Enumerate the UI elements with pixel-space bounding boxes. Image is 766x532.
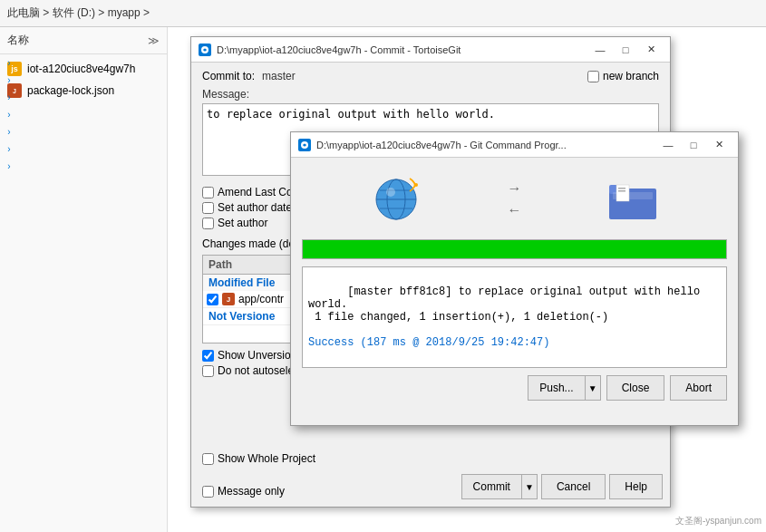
- push-dropdown-button[interactable]: ▼: [585, 375, 601, 401]
- new-branch-checkbox[interactable]: [587, 71, 599, 82]
- no-autoselect-checkbox[interactable]: [202, 365, 214, 377]
- message-only-text: Message only: [218, 485, 285, 498]
- progress-minimize-button[interactable]: —: [656, 135, 680, 155]
- breadcrumb-text: 此电脑 > 软件 (D:) > myapp >: [7, 5, 150, 21]
- bottom-buttons: Commit ▼ Cancel Help: [461, 474, 663, 499]
- tortoisegit-icon: [199, 44, 211, 56]
- svg-rect-14: [618, 190, 625, 192]
- nav-arrow-3[interactable]: ›: [2, 92, 16, 102]
- output-text: [master bff81c8] to replace original out…: [302, 266, 727, 368]
- progress-bar-container: [302, 239, 727, 259]
- show-unversioned-checkbox[interactable]: [202, 350, 214, 362]
- nav-arrows: › › › › › › ›: [0, 54, 18, 175]
- arrow-right-icon: →: [507, 180, 521, 197]
- file-name: iot-a120ciuc8ve4gw7h: [27, 63, 135, 75]
- message-label: Message:: [202, 88, 659, 101]
- window-controls: — □ ✕: [588, 40, 663, 60]
- cancel-button[interactable]: Cancel: [541, 474, 606, 499]
- progress-title-icon: [298, 139, 311, 151]
- commit-titlebar: D:\myapp\iot-a120ciuc8ve4gw7h - Commit -…: [191, 37, 670, 63]
- set-author-date-checkbox[interactable]: [202, 202, 214, 214]
- push-button[interactable]: Push...: [528, 375, 584, 401]
- svg-rect-13: [618, 188, 625, 189]
- show-whole-row: Show Whole Project: [202, 452, 315, 465]
- progress-body: → ← [master bff81c8] to replace original…: [291, 158, 738, 410]
- minimize-button[interactable]: —: [588, 40, 612, 60]
- commit-to-label: Commit to:: [202, 70, 255, 82]
- maximize-button[interactable]: □: [614, 40, 637, 60]
- list-item[interactable]: J package-lock.json: [0, 80, 167, 102]
- file-checkbox[interactable]: [207, 294, 218, 305]
- sidebar-expand-icon[interactable]: ≫: [148, 34, 160, 47]
- changes-label: Changes made (dou: [202, 237, 301, 250]
- nav-arrow-2[interactable]: ›: [2, 75, 16, 85]
- success-text: Success (187 ms @ 2018/9/25 19:42:47): [308, 336, 549, 349]
- show-whole-text: Show Whole Project: [218, 452, 315, 465]
- new-branch-label: new branch: [603, 70, 659, 82]
- help-button[interactable]: Help: [609, 474, 663, 499]
- nav-arrow-5[interactable]: ›: [2, 127, 16, 137]
- progress-buttons: Push... ▼ Close Abort: [302, 375, 727, 401]
- progress-window: D:\myapp\iot-a120ciuc8ve4gw7h - Git Comm…: [290, 131, 739, 426]
- explorer-titlebar: 此电脑 > 软件 (D:) > myapp >: [0, 0, 766, 27]
- nav-arrow-4[interactable]: ›: [2, 110, 16, 120]
- show-whole-checkbox[interactable]: [202, 453, 214, 465]
- output-line1: [master bff81c8] to replace original out…: [308, 285, 706, 311]
- svg-point-7: [386, 188, 395, 197]
- message-only-row: Message only: [202, 485, 285, 498]
- set-author-checkbox[interactable]: [202, 218, 214, 229]
- sidebar-files: js iot-a120ciuc8ve4gw7h J package-lock.j…: [0, 54, 167, 105]
- folder-icon: [609, 179, 656, 219]
- show-whole-label[interactable]: Show Whole Project: [202, 452, 315, 465]
- amend-label: Amend Last Cor: [218, 186, 296, 198]
- watermark: 文圣阁-yspanjun.com: [675, 515, 761, 527]
- nav-arrow-6[interactable]: ›: [2, 144, 16, 154]
- message-only-checkbox[interactable]: [202, 486, 214, 498]
- progress-bar-fill: [303, 240, 726, 258]
- list-item[interactable]: js iot-a120ciuc8ve4gw7h: [0, 58, 167, 80]
- push-split-button: Push... ▼: [528, 375, 600, 401]
- nav-arrow-1[interactable]: ›: [2, 58, 16, 68]
- branch-name: master: [262, 70, 296, 82]
- progress-close-button[interactable]: ✕: [707, 135, 731, 155]
- new-branch-checkbox-label[interactable]: new branch: [587, 70, 659, 82]
- commit-button[interactable]: Commit: [461, 474, 521, 499]
- explorer-sidebar: 名称 ≫ js iot-a120ciuc8ve4gw7h J package-l…: [0, 27, 168, 532]
- set-author-date-label: Set author date: [218, 201, 292, 214]
- amend-checkbox[interactable]: [202, 187, 214, 198]
- file-name: package-lock.json: [27, 84, 114, 97]
- svg-rect-12: [616, 185, 629, 201]
- file-path: app/contr: [238, 293, 284, 305]
- commit-dropdown-button[interactable]: ▼: [521, 474, 538, 499]
- commit-title: D:\myapp\iot-a120ciuc8ve4gw7h - Commit -…: [199, 44, 461, 56]
- close-button[interactable]: ✕: [639, 40, 663, 60]
- commit-title-text: D:\myapp\iot-a120ciuc8ve4gw7h - Commit -…: [217, 44, 461, 55]
- progress-icons-row: → ←: [302, 167, 727, 232]
- progress-title: D:\myapp\iot-a120ciuc8ve4gw7h - Git Comm…: [298, 139, 567, 151]
- commit-split-button: Commit ▼: [461, 474, 538, 499]
- transfer-arrows: → ←: [507, 180, 521, 218]
- commit-to-row: Commit to: master new branch: [202, 70, 659, 82]
- output-line2: 1 file changed, 1 insertion(+), 1 deleti…: [308, 311, 608, 324]
- file-type-icon: J: [222, 293, 235, 305]
- breadcrumb: 此电脑 > 软件 (D:) > myapp >: [7, 5, 150, 21]
- progress-maximize-button[interactable]: □: [682, 135, 705, 155]
- abort-button[interactable]: Abort: [670, 375, 727, 401]
- sidebar-name-label: 名称: [7, 33, 29, 48]
- progress-title-text: D:\myapp\iot-a120ciuc8ve4gw7h - Git Comm…: [316, 140, 567, 150]
- globe-icon: [373, 176, 420, 223]
- message-only-label[interactable]: Message only: [202, 485, 285, 498]
- set-author-label: Set author: [218, 217, 267, 229]
- arrow-left-icon: ←: [507, 202, 521, 218]
- progress-window-controls: — □ ✕: [656, 135, 731, 155]
- progress-titlebar: D:\myapp\iot-a120ciuc8ve4gw7h - Git Comm…: [291, 132, 738, 158]
- close-progress-button[interactable]: Close: [606, 375, 665, 401]
- sidebar-header: 名称 ≫: [0, 27, 167, 54]
- nav-arrow-7[interactable]: ›: [2, 161, 16, 171]
